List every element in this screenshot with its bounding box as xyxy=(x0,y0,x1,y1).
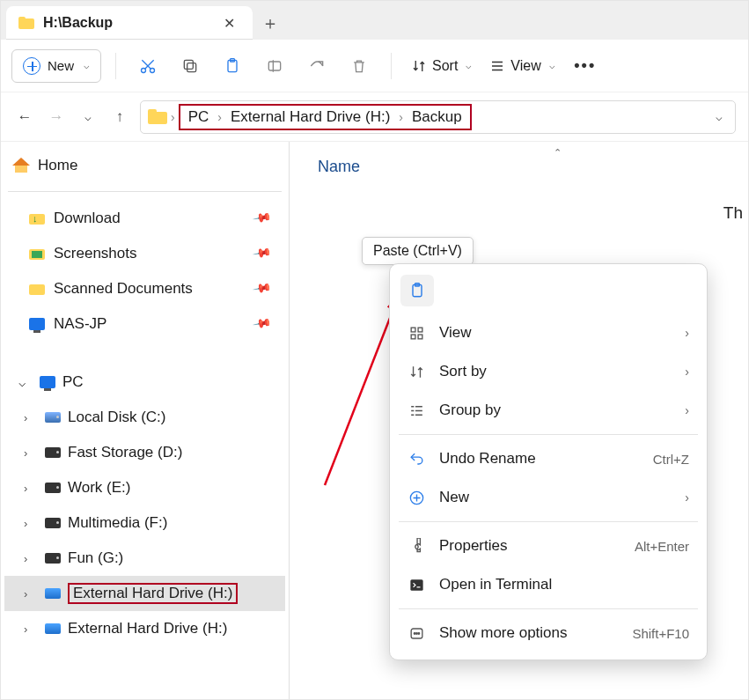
drive-external-h-selected[interactable]: › External Hard Drive (H:) xyxy=(4,576,285,611)
home-label: Home xyxy=(38,157,77,174)
rename-button[interactable] xyxy=(257,51,292,81)
drive-icon xyxy=(45,447,61,458)
svg-rect-6 xyxy=(268,62,280,70)
svg-rect-15 xyxy=(410,579,422,591)
expand-icon[interactable]: › xyxy=(24,482,38,495)
drive-external-h[interactable]: › External Hard Drive (H:) xyxy=(4,611,285,646)
menu-label: New xyxy=(439,489,671,506)
quick-access-screenshots[interactable]: Screenshots 📌 xyxy=(4,236,285,271)
context-new[interactable]: New › xyxy=(395,478,701,517)
divider xyxy=(399,608,698,609)
screenshots-folder-icon xyxy=(29,247,45,260)
drive-label: Local Disk (C:) xyxy=(68,409,165,426)
wrench-icon xyxy=(408,538,425,555)
close-tab-button[interactable]: ✕ xyxy=(220,13,239,33)
view-button[interactable]: View ⌵ xyxy=(484,49,560,83)
main-split: Home Download 📌 Screenshots 📌 Scanned Do… xyxy=(1,142,748,699)
up-button[interactable]: ↑ xyxy=(108,106,131,129)
drive-multimedia-f[interactable]: › Multimedia (F:) xyxy=(4,505,285,541)
context-group-by[interactable]: Group by › xyxy=(395,391,701,430)
tab-bar: H:\Backup ✕ ＋ xyxy=(1,1,748,40)
sort-icon xyxy=(408,364,425,380)
expand-icon[interactable]: › xyxy=(24,446,38,460)
tooltip-text: Paste (Ctrl+V) xyxy=(373,243,462,258)
active-tab[interactable]: H:\Backup ✕ xyxy=(6,6,253,40)
quick-label: Scanned Documents xyxy=(54,280,193,298)
pin-icon: 📌 xyxy=(252,313,272,334)
column-header-name[interactable]: Name xyxy=(307,151,731,183)
new-tab-button[interactable]: ＋ xyxy=(253,6,288,40)
shortcut-hint: Alt+Enter xyxy=(635,539,689,554)
menu-label: Properties xyxy=(439,537,620,555)
chevron-down-icon: ⌵ xyxy=(466,60,472,71)
external-drive-icon xyxy=(45,623,61,634)
pin-icon: 📌 xyxy=(252,243,272,263)
context-paste-button[interactable] xyxy=(400,275,434,306)
menu-label: Show more options xyxy=(439,624,618,642)
back-button[interactable]: ← xyxy=(13,106,36,129)
address-bar[interactable]: › PC › External Hard Drive (H:) › Backup… xyxy=(140,100,736,134)
drive-local-c[interactable]: › Local Disk (C:) xyxy=(4,400,285,435)
copy-button[interactable] xyxy=(173,51,208,81)
svg-rect-11 xyxy=(418,328,422,332)
address-dropdown[interactable]: ⌵ xyxy=(710,110,728,123)
chevron-right-icon: › xyxy=(685,326,689,340)
quick-access-scanned[interactable]: Scanned Documents 📌 xyxy=(4,271,285,306)
context-sort-by[interactable]: Sort by › xyxy=(395,352,701,391)
sort-button[interactable]: Sort ⌵ xyxy=(406,49,477,83)
quick-access-download[interactable]: Download 📌 xyxy=(4,201,285,236)
folder-icon xyxy=(18,17,34,30)
context-undo-rename[interactable]: Undo Rename Ctrl+Z xyxy=(395,439,701,478)
expand-icon[interactable]: › xyxy=(24,587,38,601)
drive-label: External Hard Drive (H:) xyxy=(68,583,238,604)
new-button[interactable]: New ⌵ xyxy=(11,49,101,83)
menu-label: Open in Terminal xyxy=(439,576,689,593)
context-view[interactable]: View › xyxy=(395,313,701,352)
expand-icon[interactable]: › xyxy=(24,411,38,424)
drive-icon xyxy=(45,518,61,528)
monitor-icon xyxy=(29,318,45,330)
context-properties[interactable]: Properties Alt+Enter xyxy=(395,527,701,565)
delete-button[interactable] xyxy=(341,51,377,81)
drive-label: Fast Storage (D:) xyxy=(68,444,182,461)
cut-button[interactable] xyxy=(130,51,165,81)
svg-point-18 xyxy=(415,632,417,634)
paste-button[interactable] xyxy=(215,51,250,81)
expand-icon[interactable]: › xyxy=(24,623,38,636)
drive-fun-g[interactable]: › Fun (G:) xyxy=(4,541,285,576)
more-button[interactable]: ••• xyxy=(568,56,603,75)
expand-icon[interactable]: ⌵ xyxy=(18,375,33,389)
sidebar-pc[interactable]: ⌵ PC xyxy=(4,365,285,400)
breadcrumb-pc[interactable]: PC xyxy=(183,107,215,128)
share-button[interactable] xyxy=(299,51,334,81)
chevron-right-icon: › xyxy=(685,403,689,417)
recent-dropdown[interactable]: ⌵ xyxy=(77,106,99,129)
breadcrumb-folder[interactable]: Backup xyxy=(407,107,467,128)
view-label: View xyxy=(510,58,540,74)
pc-label: PC xyxy=(62,373,84,391)
drive-work-e[interactable]: › Work (E:) xyxy=(4,470,285,505)
pc-icon xyxy=(40,376,55,388)
svg-rect-10 xyxy=(411,328,415,332)
context-show-more[interactable]: Show more options Shift+F10 xyxy=(395,614,701,652)
chevron-right-icon: › xyxy=(685,490,689,505)
forward-button[interactable]: → xyxy=(45,106,68,129)
tab-title: H:\Backup xyxy=(43,15,211,31)
expand-icon[interactable]: › xyxy=(24,517,38,530)
column-label: Name xyxy=(318,158,360,176)
breadcrumb-drive[interactable]: External Hard Drive (H:) xyxy=(225,107,395,128)
quick-access-nas[interactable]: NAS-JP 📌 xyxy=(4,306,285,342)
divider xyxy=(391,53,392,79)
context-quick-actions xyxy=(395,271,701,313)
svg-point-17 xyxy=(414,632,415,634)
drive-label: Fun (G:) xyxy=(68,549,123,567)
drive-fast-d[interactable]: › Fast Storage (D:) xyxy=(4,435,285,470)
content-area[interactable]: ⌃ Name Th Paste (Ctrl+V) View › xyxy=(290,142,748,699)
expand-icon[interactable]: › xyxy=(24,552,38,565)
sort-indicator-icon: ⌃ xyxy=(554,147,562,158)
terminal-icon xyxy=(408,577,425,593)
drive-icon xyxy=(45,553,61,564)
menu-label: Group by xyxy=(439,402,671,419)
context-open-terminal[interactable]: Open in Terminal xyxy=(395,565,701,604)
sidebar-home[interactable]: Home xyxy=(4,149,285,182)
